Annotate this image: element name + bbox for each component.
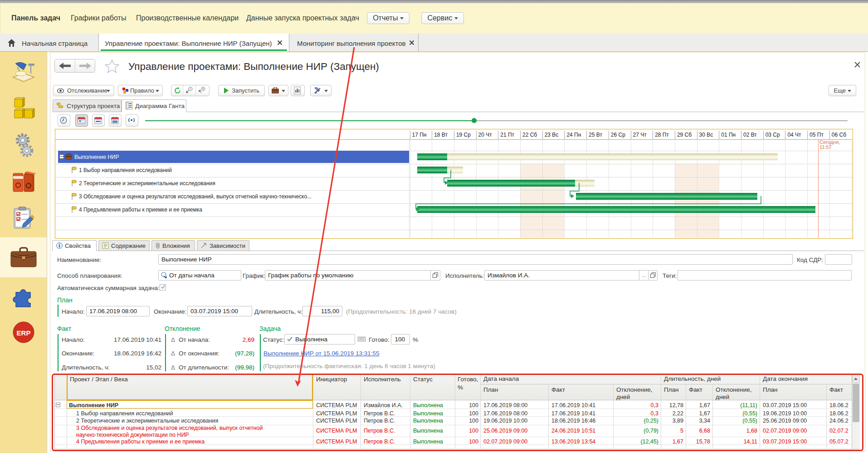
svg-text:ERP: ERP: [17, 329, 31, 337]
